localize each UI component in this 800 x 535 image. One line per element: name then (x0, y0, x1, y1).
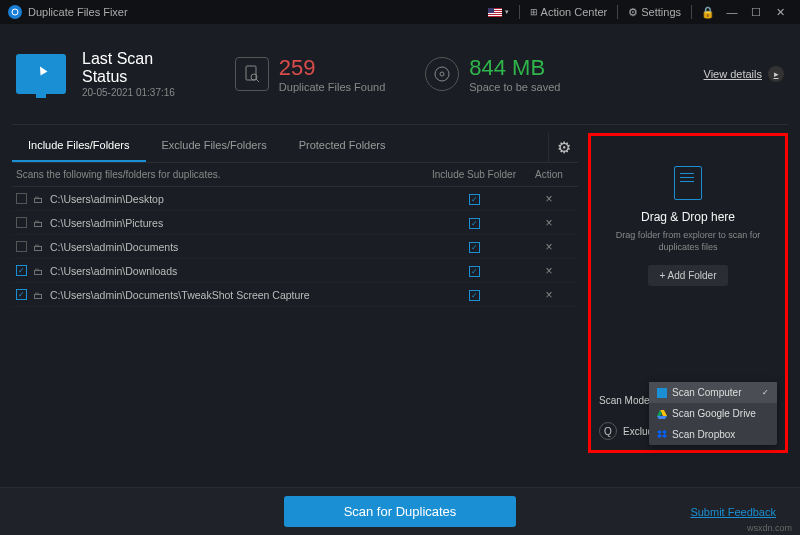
svg-point-10 (435, 67, 449, 81)
tab-protected[interactable]: Protected Folders (283, 133, 402, 162)
include-sub-checkbox[interactable]: ✓ (469, 266, 480, 277)
header-action: Action (524, 169, 574, 180)
row-remove-button[interactable]: × (524, 240, 574, 254)
folder-icon: 🗀 (33, 265, 44, 277)
minimize-button[interactable]: — (720, 6, 744, 18)
add-folder-button[interactable]: + Add Folder (648, 265, 729, 286)
svg-marker-18 (662, 434, 667, 438)
row-checkbox[interactable] (16, 241, 27, 252)
include-sub-checkbox[interactable]: ✓ (469, 242, 480, 253)
scan-mode-label: Scan Mode (599, 395, 650, 406)
option-scan-dropbox[interactable]: Scan Dropbox (649, 424, 777, 445)
header-sub: Include Sub Folder (424, 169, 524, 180)
space-value: 844 MB (469, 55, 560, 81)
close-button[interactable]: ✕ (768, 6, 792, 19)
status-title-2: Status (82, 68, 175, 86)
option-scan-computer[interactable]: Scan Computer ✓ (649, 382, 777, 403)
svg-rect-4 (488, 13, 502, 14)
row-checkbox[interactable]: ✓ (16, 289, 27, 300)
table-row: 🗀C:\Users\admin\Desktop✓× (12, 187, 578, 211)
right-panel: Drag & Drop here Drag folder from explor… (588, 133, 788, 453)
row-path: C:\Users\admin\Downloads (50, 265, 424, 277)
tab-include[interactable]: Include Files/Folders (12, 133, 146, 162)
app-title: Duplicate Files Fixer (28, 6, 128, 18)
maximize-button[interactable]: ☐ (744, 6, 768, 19)
include-sub-checkbox[interactable]: ✓ (469, 290, 480, 301)
stat-space: 844 MB Space to be saved (425, 55, 560, 93)
svg-point-11 (440, 72, 444, 76)
view-details-link[interactable]: View details ▸ (704, 66, 785, 82)
row-remove-button[interactable]: × (524, 216, 574, 230)
scan-button[interactable]: Scan for Duplicates (284, 496, 517, 527)
row-path: C:\Users\admin\Documents (50, 241, 424, 253)
svg-marker-14 (657, 416, 667, 419)
row-checkbox[interactable] (16, 217, 27, 228)
gear-icon: ⚙ (557, 138, 571, 157)
table-header: Scans the following files/folders for du… (12, 163, 578, 187)
tab-exclude[interactable]: Exclude Files/Folders (146, 133, 283, 162)
folder-icon: 🗀 (33, 289, 44, 301)
view-details-label: View details (704, 68, 763, 80)
header-description: Scans the following files/folders for du… (16, 169, 424, 180)
drop-title: Drag & Drop here (605, 210, 771, 224)
folder-icon: 🗀 (33, 193, 44, 205)
monitor-mini-icon (657, 388, 667, 398)
row-checkbox[interactable] (16, 193, 27, 204)
svg-rect-5 (488, 15, 502, 16)
include-sub-checkbox[interactable]: ✓ (469, 194, 480, 205)
folder-rows: 🗀C:\Users\admin\Desktop✓×🗀C:\Users\admin… (12, 187, 578, 307)
dropbox-icon (657, 430, 667, 440)
svg-point-0 (12, 9, 18, 15)
tab-settings-button[interactable]: ⚙ (548, 133, 578, 162)
row-remove-button[interactable]: × (524, 288, 574, 302)
settings-button[interactable]: ⚙ Settings (628, 6, 681, 19)
row-checkbox[interactable]: ✓ (16, 265, 27, 276)
table-row: 🗀C:\Users\admin\Documents✓× (12, 235, 578, 259)
drop-area[interactable]: Drag & Drop here Drag folder from explor… (597, 142, 779, 296)
status-timestamp: 20-05-2021 01:37:16 (82, 87, 175, 98)
file-search-icon (235, 57, 269, 91)
folder-icon: 🗀 (33, 241, 44, 253)
svg-marker-15 (657, 430, 662, 434)
svg-marker-16 (662, 430, 667, 434)
gdrive-icon (657, 409, 667, 419)
option-label: Scan Dropbox (672, 429, 735, 440)
submit-feedback-link[interactable]: Submit Feedback (690, 506, 776, 518)
duplicate-label: Duplicate Files Found (279, 81, 385, 93)
row-path: C:\Users\admin\Documents\TweakShot Scree… (50, 289, 424, 301)
tab-bar: Include Files/Folders Exclude Files/Fold… (12, 133, 578, 163)
duplicate-count: 259 (279, 55, 385, 81)
row-remove-button[interactable]: × (524, 192, 574, 206)
option-label: Scan Google Drive (672, 408, 756, 419)
stat-duplicates: 259 Duplicate Files Found (235, 55, 385, 93)
drop-subtitle: Drag folder from explorer to scan for du… (605, 230, 771, 253)
last-scan-status: Last Scan Status 20-05-2021 01:37:16 (82, 50, 175, 98)
option-scan-gdrive[interactable]: Scan Google Drive (649, 403, 777, 424)
option-label: Scan Computer (672, 387, 741, 398)
svg-marker-17 (657, 434, 662, 438)
table-row: ✓🗀C:\Users\admin\Downloads✓× (12, 259, 578, 283)
watermark: wsxdn.com (747, 523, 792, 533)
row-path: C:\Users\admin\Pictures (50, 217, 424, 229)
table-row: ✓🗀C:\Users\admin\Documents\TweakShot Scr… (12, 283, 578, 307)
svg-rect-6 (488, 8, 494, 13)
status-title-1: Last Scan (82, 50, 175, 68)
row-remove-button[interactable]: × (524, 264, 574, 278)
folder-icon: 🗀 (33, 217, 44, 229)
space-label: Space to be saved (469, 81, 560, 93)
document-icon (674, 166, 702, 200)
language-flag[interactable]: ▾ (488, 8, 509, 17)
row-path: C:\Users\admin\Desktop (50, 193, 424, 205)
include-sub-checkbox[interactable]: ✓ (469, 218, 480, 229)
disk-icon (425, 57, 459, 91)
settings-label: Settings (641, 6, 681, 18)
titlebar: Duplicate Files Fixer ▾ ⊞ Action Center … (0, 0, 800, 24)
arrow-right-icon: ▸ (768, 66, 784, 82)
app-icon (8, 5, 22, 19)
action-center-button[interactable]: ⊞ Action Center (530, 6, 608, 18)
gear-icon: ⚙ (628, 6, 638, 19)
folder-list-panel: Include Files/Folders Exclude Files/Fold… (12, 133, 578, 453)
monitor-icon (16, 54, 66, 94)
lock-icon[interactable]: 🔒 (696, 6, 720, 19)
magnifier-minus-icon: Q (599, 422, 617, 440)
